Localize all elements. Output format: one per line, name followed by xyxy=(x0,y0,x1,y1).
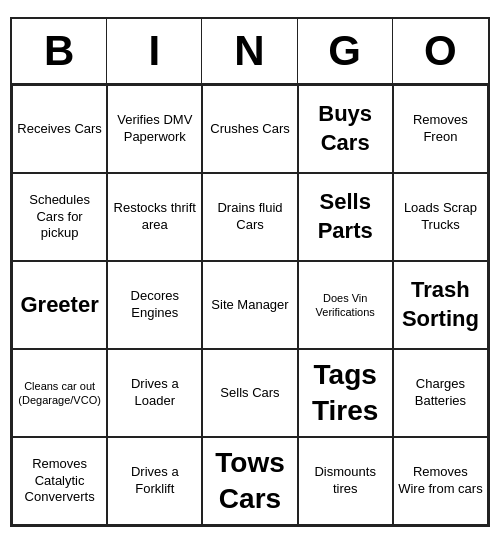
bingo-cell-19[interactable]: Charges Batteries xyxy=(393,349,488,437)
bingo-cell-4[interactable]: Removes Freon xyxy=(393,85,488,173)
bingo-cell-9[interactable]: Loads Scrap Trucks xyxy=(393,173,488,261)
bingo-letter-i: I xyxy=(107,19,202,83)
bingo-cell-18[interactable]: Tags Tires xyxy=(298,349,393,437)
bingo-cell-6[interactable]: Restocks thrift area xyxy=(107,173,202,261)
bingo-letter-o: O xyxy=(393,19,488,83)
bingo-cell-3[interactable]: Buys Cars xyxy=(298,85,393,173)
bingo-cell-10[interactable]: Greeter xyxy=(12,261,107,349)
bingo-cell-1[interactable]: Verifies DMV Paperwork xyxy=(107,85,202,173)
bingo-cell-17[interactable]: Sells Cars xyxy=(202,349,297,437)
bingo-cell-11[interactable]: Decores Engines xyxy=(107,261,202,349)
bingo-cell-24[interactable]: Removes Wire from cars xyxy=(393,437,488,525)
bingo-header: BINGO xyxy=(12,19,488,85)
bingo-cell-23[interactable]: Dismounts tires xyxy=(298,437,393,525)
bingo-letter-g: G xyxy=(298,19,393,83)
bingo-cell-8[interactable]: Sells Parts xyxy=(298,173,393,261)
bingo-cell-7[interactable]: Drains fluid Cars xyxy=(202,173,297,261)
bingo-cell-22[interactable]: Tows Cars xyxy=(202,437,297,525)
bingo-letter-b: B xyxy=(12,19,107,83)
bingo-grid: Receives CarsVerifies DMV PaperworkCrush… xyxy=(12,85,488,525)
bingo-cell-15[interactable]: Cleans car out (Degarage/VCO) xyxy=(12,349,107,437)
bingo-cell-0[interactable]: Receives Cars xyxy=(12,85,107,173)
bingo-cell-20[interactable]: Removes Catalytic Conververts xyxy=(12,437,107,525)
bingo-cell-12[interactable]: Site Manager xyxy=(202,261,297,349)
bingo-cell-13[interactable]: Does Vin Verifications xyxy=(298,261,393,349)
bingo-cell-21[interactable]: Drives a Forklift xyxy=(107,437,202,525)
bingo-cell-14[interactable]: Trash Sorting xyxy=(393,261,488,349)
bingo-cell-5[interactable]: Schedules Cars for pickup xyxy=(12,173,107,261)
bingo-cell-16[interactable]: Drives a Loader xyxy=(107,349,202,437)
bingo-card: BINGO Receives CarsVerifies DMV Paperwor… xyxy=(10,17,490,527)
bingo-cell-2[interactable]: Crushes Cars xyxy=(202,85,297,173)
bingo-letter-n: N xyxy=(202,19,297,83)
